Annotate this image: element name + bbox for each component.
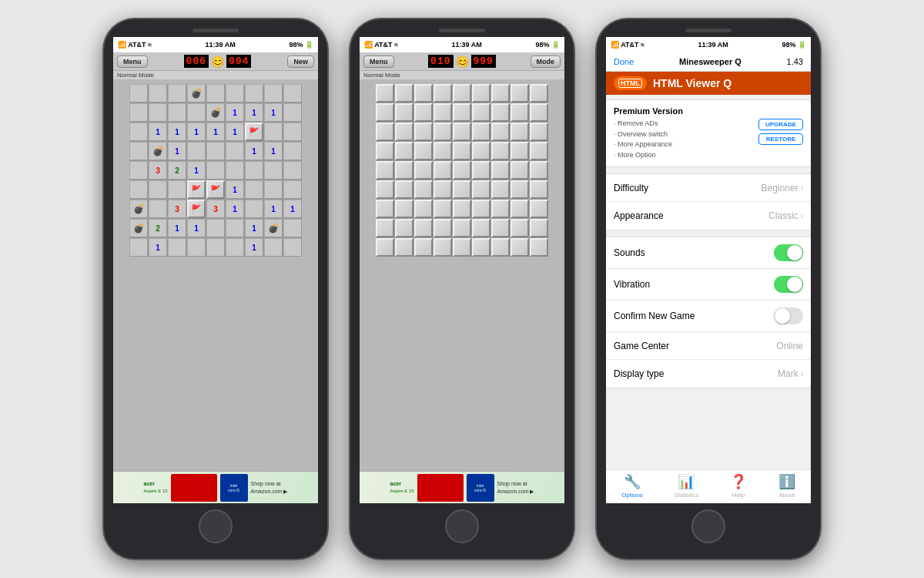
- grid-cell-new[interactable]: [491, 142, 510, 160]
- grid-cell-new[interactable]: [472, 180, 490, 199]
- grid-cell-new[interactable]: [472, 219, 490, 237]
- grid-cell[interactable]: [168, 180, 186, 199]
- grid-cell[interactable]: [245, 161, 263, 180]
- grid-cell[interactable]: 💣: [187, 84, 206, 102]
- appearance-row[interactable]: Appearance Classic ›: [606, 202, 811, 230]
- sounds-toggle[interactable]: [774, 244, 803, 261]
- grid-cell[interactable]: [283, 180, 302, 199]
- grid-cell-new[interactable]: [472, 84, 490, 102]
- grid-cell[interactable]: [245, 200, 263, 218]
- grid-cell[interactable]: 1: [283, 200, 302, 218]
- grid-cell[interactable]: [129, 84, 148, 102]
- grid-cell[interactable]: [264, 84, 283, 102]
- grid-cell[interactable]: [206, 161, 225, 180]
- grid-cell-new[interactable]: [453, 219, 471, 237]
- face-2[interactable]: 😊: [456, 55, 469, 68]
- grid-cell[interactable]: [245, 84, 263, 102]
- grid-cell[interactable]: 1: [245, 103, 263, 122]
- grid-cell[interactable]: 🚩: [206, 180, 225, 199]
- grid-cell-new[interactable]: [453, 200, 471, 218]
- grid-cell[interactable]: [168, 238, 186, 257]
- grid-cell-new[interactable]: [530, 84, 548, 102]
- grid-cell-new[interactable]: [530, 219, 548, 237]
- grid-cell-new[interactable]: [395, 84, 413, 102]
- grid-cell-new[interactable]: [434, 103, 452, 122]
- grid-cell[interactable]: [206, 142, 225, 160]
- grid-cell-new[interactable]: [453, 103, 471, 122]
- grid-cell[interactable]: [129, 161, 148, 180]
- grid-cell-new[interactable]: [530, 200, 548, 218]
- grid-cell[interactable]: 1: [149, 238, 167, 257]
- grid-cell-new[interactable]: [395, 200, 413, 218]
- tab-options[interactable]: 🔧 Options: [621, 473, 643, 499]
- grid-cell-new[interactable]: [376, 180, 394, 199]
- grid-cell[interactable]: 💣: [264, 219, 283, 237]
- grid-cell[interactable]: [283, 84, 302, 102]
- grid-cell-new[interactable]: [376, 200, 394, 218]
- mode-button-2[interactable]: Mode: [531, 55, 561, 68]
- grid-cell[interactable]: 1: [226, 123, 244, 141]
- tab-statistics[interactable]: 📊 Statistics: [674, 473, 698, 499]
- restore-button[interactable]: RESTORE: [758, 133, 803, 145]
- grid-cell-new[interactable]: [395, 103, 413, 122]
- grid-cell[interactable]: 1: [168, 123, 186, 141]
- grid-cell-new[interactable]: [491, 238, 510, 257]
- difficulty-row[interactable]: Difficulty Beginner ›: [606, 174, 811, 202]
- grid-cell[interactable]: 1: [187, 123, 206, 141]
- new-button-1[interactable]: New: [287, 55, 314, 68]
- grid-cell[interactable]: 2: [149, 219, 167, 237]
- grid-cell[interactable]: [283, 238, 302, 257]
- grid-cell[interactable]: [187, 238, 206, 257]
- grid-cell-new[interactable]: [472, 161, 490, 180]
- grid-cell-new[interactable]: [434, 123, 452, 141]
- grid-cell[interactable]: 1: [245, 219, 263, 237]
- grid-cell[interactable]: [149, 200, 167, 218]
- grid-cell-new[interactable]: [491, 219, 510, 237]
- grid-cell[interactable]: [264, 161, 283, 180]
- grid-cell-new[interactable]: [395, 161, 413, 180]
- grid-cell-new[interactable]: [491, 200, 510, 218]
- gamecenter-row[interactable]: Game Center Online: [606, 332, 811, 360]
- grid-cell[interactable]: 🚩: [245, 123, 263, 141]
- grid-cell-new[interactable]: [395, 123, 413, 141]
- grid-cell[interactable]: [168, 103, 186, 122]
- grid-cell-new[interactable]: [414, 238, 433, 257]
- grid-cell-new[interactable]: [530, 180, 548, 199]
- grid-cell-new[interactable]: [530, 161, 548, 180]
- grid-cell[interactable]: 3: [206, 200, 225, 218]
- grid-cell-new[interactable]: [453, 238, 471, 257]
- grid-cell-new[interactable]: [414, 84, 433, 102]
- grid-cell[interactable]: 1: [264, 142, 283, 160]
- grid-cell-new[interactable]: [395, 180, 413, 199]
- grid-cell-new[interactable]: [530, 103, 548, 122]
- grid-cell[interactable]: 💣: [149, 142, 167, 160]
- grid-cell[interactable]: [187, 142, 206, 160]
- grid-cell[interactable]: [226, 142, 244, 160]
- grid-cell-new[interactable]: [472, 200, 490, 218]
- grid-cell[interactable]: [168, 84, 186, 102]
- grid-cell[interactable]: [129, 180, 148, 199]
- grid-cell[interactable]: [149, 103, 167, 122]
- grid-cell[interactable]: 1: [226, 103, 244, 122]
- grid-cell-new[interactable]: [414, 142, 433, 160]
- grid-cell-new[interactable]: [491, 84, 510, 102]
- grid-cell[interactable]: 💣: [129, 200, 148, 218]
- vibration-toggle[interactable]: [774, 276, 803, 293]
- grid-cell-new[interactable]: [453, 142, 471, 160]
- grid-cell[interactable]: 💣: [129, 219, 148, 237]
- grid-cell-new[interactable]: [472, 142, 490, 160]
- grid-cell[interactable]: [129, 123, 148, 141]
- grid-cell[interactable]: [226, 161, 244, 180]
- grid-cell[interactable]: [206, 238, 225, 257]
- grid-cell-new[interactable]: [414, 161, 433, 180]
- grid-cell-new[interactable]: [491, 123, 510, 141]
- menu-button-2[interactable]: Menu: [363, 55, 394, 68]
- tab-help[interactable]: ❓ Help: [730, 473, 747, 499]
- grid-cell[interactable]: [226, 84, 244, 102]
- grid-cell[interactable]: 3: [149, 161, 167, 180]
- grid-cell-new[interactable]: [376, 238, 394, 257]
- grid-cell[interactable]: [149, 180, 167, 199]
- grid-cell[interactable]: [264, 238, 283, 257]
- grid-cell-new[interactable]: [530, 142, 548, 160]
- grid-cell[interactable]: 1: [226, 180, 244, 199]
